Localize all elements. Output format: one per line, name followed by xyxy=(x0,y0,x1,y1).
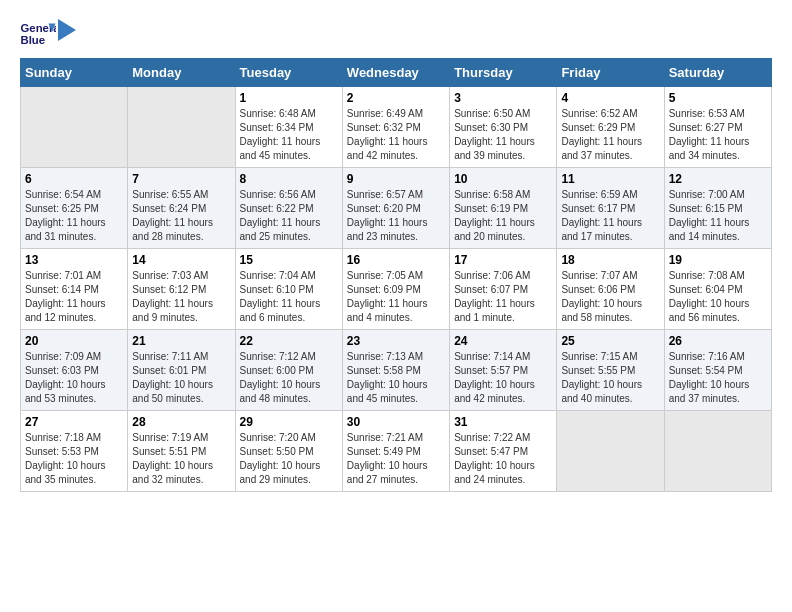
day-number: 3 xyxy=(454,91,552,105)
day-number: 21 xyxy=(132,334,230,348)
calendar-cell xyxy=(664,411,771,492)
day-number: 13 xyxy=(25,253,123,267)
day-number: 10 xyxy=(454,172,552,186)
calendar-cell xyxy=(557,411,664,492)
day-header-monday: Monday xyxy=(128,59,235,87)
day-info: Sunrise: 7:01 AM Sunset: 6:14 PM Dayligh… xyxy=(25,269,123,325)
day-info: Sunrise: 6:56 AM Sunset: 6:22 PM Dayligh… xyxy=(240,188,338,244)
day-info: Sunrise: 7:03 AM Sunset: 6:12 PM Dayligh… xyxy=(132,269,230,325)
calendar-week-row: 6Sunrise: 6:54 AM Sunset: 6:25 PM Daylig… xyxy=(21,168,772,249)
calendar-cell: 30Sunrise: 7:21 AM Sunset: 5:49 PM Dayli… xyxy=(342,411,449,492)
day-info: Sunrise: 6:58 AM Sunset: 6:19 PM Dayligh… xyxy=(454,188,552,244)
calendar-cell: 24Sunrise: 7:14 AM Sunset: 5:57 PM Dayli… xyxy=(450,330,557,411)
day-number: 29 xyxy=(240,415,338,429)
calendar-cell: 28Sunrise: 7:19 AM Sunset: 5:51 PM Dayli… xyxy=(128,411,235,492)
day-info: Sunrise: 6:59 AM Sunset: 6:17 PM Dayligh… xyxy=(561,188,659,244)
day-number: 22 xyxy=(240,334,338,348)
day-info: Sunrise: 6:52 AM Sunset: 6:29 PM Dayligh… xyxy=(561,107,659,163)
calendar-cell: 23Sunrise: 7:13 AM Sunset: 5:58 PM Dayli… xyxy=(342,330,449,411)
day-header-friday: Friday xyxy=(557,59,664,87)
calendar-cell: 18Sunrise: 7:07 AM Sunset: 6:06 PM Dayli… xyxy=(557,249,664,330)
day-header-sunday: Sunday xyxy=(21,59,128,87)
calendar-cell: 17Sunrise: 7:06 AM Sunset: 6:07 PM Dayli… xyxy=(450,249,557,330)
day-number: 8 xyxy=(240,172,338,186)
calendar-week-row: 27Sunrise: 7:18 AM Sunset: 5:53 PM Dayli… xyxy=(21,411,772,492)
calendar-cell: 4Sunrise: 6:52 AM Sunset: 6:29 PM Daylig… xyxy=(557,87,664,168)
day-number: 12 xyxy=(669,172,767,186)
calendar-cell: 13Sunrise: 7:01 AM Sunset: 6:14 PM Dayli… xyxy=(21,249,128,330)
calendar-cell: 29Sunrise: 7:20 AM Sunset: 5:50 PM Dayli… xyxy=(235,411,342,492)
calendar-cell: 12Sunrise: 7:00 AM Sunset: 6:15 PM Dayli… xyxy=(664,168,771,249)
day-number: 2 xyxy=(347,91,445,105)
day-info: Sunrise: 7:12 AM Sunset: 6:00 PM Dayligh… xyxy=(240,350,338,406)
calendar-cell: 22Sunrise: 7:12 AM Sunset: 6:00 PM Dayli… xyxy=(235,330,342,411)
day-info: Sunrise: 6:49 AM Sunset: 6:32 PM Dayligh… xyxy=(347,107,445,163)
day-number: 24 xyxy=(454,334,552,348)
day-number: 11 xyxy=(561,172,659,186)
day-info: Sunrise: 6:55 AM Sunset: 6:24 PM Dayligh… xyxy=(132,188,230,244)
day-number: 26 xyxy=(669,334,767,348)
day-info: Sunrise: 7:06 AM Sunset: 6:07 PM Dayligh… xyxy=(454,269,552,325)
day-info: Sunrise: 7:18 AM Sunset: 5:53 PM Dayligh… xyxy=(25,431,123,487)
day-info: Sunrise: 7:11 AM Sunset: 6:01 PM Dayligh… xyxy=(132,350,230,406)
day-number: 31 xyxy=(454,415,552,429)
calendar-cell xyxy=(128,87,235,168)
day-number: 9 xyxy=(347,172,445,186)
calendar-week-row: 13Sunrise: 7:01 AM Sunset: 6:14 PM Dayli… xyxy=(21,249,772,330)
day-number: 1 xyxy=(240,91,338,105)
page-header: General Blue xyxy=(20,20,772,48)
day-info: Sunrise: 7:16 AM Sunset: 5:54 PM Dayligh… xyxy=(669,350,767,406)
day-info: Sunrise: 7:00 AM Sunset: 6:15 PM Dayligh… xyxy=(669,188,767,244)
calendar-cell: 20Sunrise: 7:09 AM Sunset: 6:03 PM Dayli… xyxy=(21,330,128,411)
day-number: 4 xyxy=(561,91,659,105)
calendar-cell: 10Sunrise: 6:58 AM Sunset: 6:19 PM Dayli… xyxy=(450,168,557,249)
day-header-wednesday: Wednesday xyxy=(342,59,449,87)
day-number: 25 xyxy=(561,334,659,348)
logo-icon: General Blue xyxy=(20,20,56,48)
day-number: 14 xyxy=(132,253,230,267)
day-number: 7 xyxy=(132,172,230,186)
calendar-cell: 15Sunrise: 7:04 AM Sunset: 6:10 PM Dayli… xyxy=(235,249,342,330)
day-info: Sunrise: 7:14 AM Sunset: 5:57 PM Dayligh… xyxy=(454,350,552,406)
svg-text:Blue: Blue xyxy=(21,34,46,46)
calendar-cell: 14Sunrise: 7:03 AM Sunset: 6:12 PM Dayli… xyxy=(128,249,235,330)
calendar-cell: 31Sunrise: 7:22 AM Sunset: 5:47 PM Dayli… xyxy=(450,411,557,492)
calendar-cell: 5Sunrise: 6:53 AM Sunset: 6:27 PM Daylig… xyxy=(664,87,771,168)
calendar-cell: 6Sunrise: 6:54 AM Sunset: 6:25 PM Daylig… xyxy=(21,168,128,249)
calendar-header-row: SundayMondayTuesdayWednesdayThursdayFrid… xyxy=(21,59,772,87)
calendar-cell: 16Sunrise: 7:05 AM Sunset: 6:09 PM Dayli… xyxy=(342,249,449,330)
day-info: Sunrise: 7:07 AM Sunset: 6:06 PM Dayligh… xyxy=(561,269,659,325)
day-info: Sunrise: 6:53 AM Sunset: 6:27 PM Dayligh… xyxy=(669,107,767,163)
calendar-cell: 8Sunrise: 6:56 AM Sunset: 6:22 PM Daylig… xyxy=(235,168,342,249)
day-info: Sunrise: 7:08 AM Sunset: 6:04 PM Dayligh… xyxy=(669,269,767,325)
calendar-table: SundayMondayTuesdayWednesdayThursdayFrid… xyxy=(20,58,772,492)
svg-marker-3 xyxy=(58,19,76,41)
calendar-cell: 19Sunrise: 7:08 AM Sunset: 6:04 PM Dayli… xyxy=(664,249,771,330)
calendar-cell: 11Sunrise: 6:59 AM Sunset: 6:17 PM Dayli… xyxy=(557,168,664,249)
day-info: Sunrise: 7:05 AM Sunset: 6:09 PM Dayligh… xyxy=(347,269,445,325)
day-info: Sunrise: 6:48 AM Sunset: 6:34 PM Dayligh… xyxy=(240,107,338,163)
calendar-cell: 9Sunrise: 6:57 AM Sunset: 6:20 PM Daylig… xyxy=(342,168,449,249)
calendar-cell: 2Sunrise: 6:49 AM Sunset: 6:32 PM Daylig… xyxy=(342,87,449,168)
day-info: Sunrise: 7:15 AM Sunset: 5:55 PM Dayligh… xyxy=(561,350,659,406)
day-number: 30 xyxy=(347,415,445,429)
day-header-saturday: Saturday xyxy=(664,59,771,87)
day-info: Sunrise: 7:22 AM Sunset: 5:47 PM Dayligh… xyxy=(454,431,552,487)
calendar-cell: 3Sunrise: 6:50 AM Sunset: 6:30 PM Daylig… xyxy=(450,87,557,168)
day-info: Sunrise: 6:54 AM Sunset: 6:25 PM Dayligh… xyxy=(25,188,123,244)
calendar-cell xyxy=(21,87,128,168)
day-info: Sunrise: 7:13 AM Sunset: 5:58 PM Dayligh… xyxy=(347,350,445,406)
calendar-cell: 1Sunrise: 6:48 AM Sunset: 6:34 PM Daylig… xyxy=(235,87,342,168)
day-info: Sunrise: 7:21 AM Sunset: 5:49 PM Dayligh… xyxy=(347,431,445,487)
day-number: 15 xyxy=(240,253,338,267)
day-number: 6 xyxy=(25,172,123,186)
calendar-week-row: 20Sunrise: 7:09 AM Sunset: 6:03 PM Dayli… xyxy=(21,330,772,411)
day-number: 18 xyxy=(561,253,659,267)
day-number: 19 xyxy=(669,253,767,267)
day-info: Sunrise: 7:09 AM Sunset: 6:03 PM Dayligh… xyxy=(25,350,123,406)
calendar-cell: 25Sunrise: 7:15 AM Sunset: 5:55 PM Dayli… xyxy=(557,330,664,411)
day-info: Sunrise: 7:04 AM Sunset: 6:10 PM Dayligh… xyxy=(240,269,338,325)
calendar-cell: 21Sunrise: 7:11 AM Sunset: 6:01 PM Dayli… xyxy=(128,330,235,411)
logo: General Blue xyxy=(20,20,76,48)
calendar-cell: 26Sunrise: 7:16 AM Sunset: 5:54 PM Dayli… xyxy=(664,330,771,411)
